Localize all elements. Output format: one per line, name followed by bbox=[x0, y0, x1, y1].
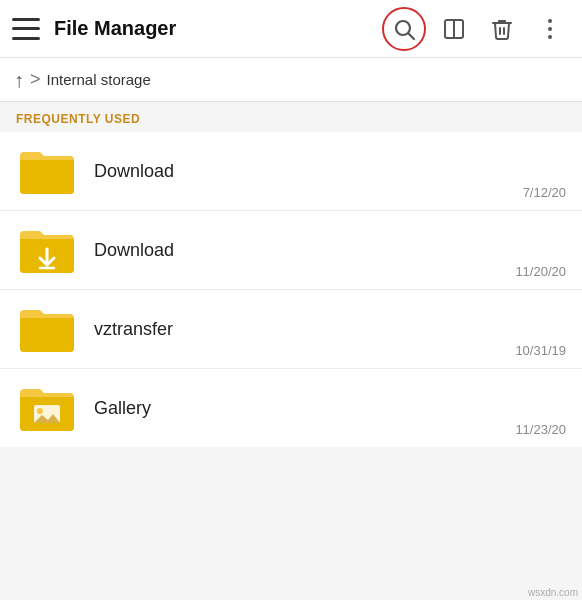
header-actions bbox=[382, 7, 570, 51]
download-folder-icon bbox=[18, 225, 76, 275]
file-name: Gallery bbox=[94, 398, 515, 419]
file-item[interactable]: Download 7/12/20 bbox=[0, 132, 582, 211]
file-name: Download bbox=[94, 161, 523, 182]
file-info: Gallery bbox=[94, 398, 515, 419]
more-vert-icon bbox=[547, 17, 553, 41]
file-date: 10/31/19 bbox=[515, 343, 566, 358]
app-title: File Manager bbox=[54, 17, 382, 40]
more-options-button[interactable] bbox=[530, 9, 570, 49]
file-meta: 11/23/20 bbox=[515, 418, 566, 437]
breadcrumb: ↑ > Internal storage bbox=[0, 58, 582, 102]
file-item[interactable]: vztransfer 10/31/19 bbox=[0, 290, 582, 369]
file-name: Download bbox=[94, 240, 515, 261]
svg-line-1 bbox=[409, 33, 415, 39]
file-date: 11/20/20 bbox=[515, 264, 566, 279]
search-button[interactable] bbox=[382, 7, 426, 51]
split-screen-icon bbox=[442, 17, 466, 41]
file-date: 11/23/20 bbox=[515, 422, 566, 437]
folder-icon bbox=[18, 304, 76, 354]
folder-icon-wrap bbox=[16, 221, 78, 279]
file-item[interactable]: Download 11/20/20 bbox=[0, 211, 582, 290]
split-screen-button[interactable] bbox=[434, 9, 474, 49]
menu-icon[interactable] bbox=[12, 18, 40, 40]
file-meta: 11/20/20 bbox=[515, 260, 566, 279]
svg-point-10 bbox=[37, 408, 43, 414]
trash-icon bbox=[490, 17, 514, 41]
file-info: Download bbox=[94, 240, 515, 261]
folder-icon-wrap bbox=[16, 379, 78, 437]
current-path: Internal storage bbox=[47, 71, 151, 88]
header: File Manager bbox=[0, 0, 582, 58]
folder-icon-wrap bbox=[16, 142, 78, 200]
gallery-folder-icon bbox=[18, 383, 76, 433]
file-info: vztransfer bbox=[94, 319, 515, 340]
file-meta: 10/31/19 bbox=[515, 339, 566, 358]
section-label: FREQUENTLY USED bbox=[0, 102, 582, 132]
file-list: Download 7/12/20 Download 11/20/20 bbox=[0, 132, 582, 447]
file-info: Download bbox=[94, 161, 523, 182]
file-name: vztransfer bbox=[94, 319, 515, 340]
delete-button[interactable] bbox=[482, 9, 522, 49]
svg-point-5 bbox=[548, 27, 552, 31]
breadcrumb-separator: > bbox=[30, 69, 41, 90]
svg-point-6 bbox=[548, 35, 552, 39]
folder-icon bbox=[18, 146, 76, 196]
folder-icon-wrap bbox=[16, 300, 78, 358]
file-item[interactable]: Gallery 11/23/20 bbox=[0, 369, 582, 447]
search-icon bbox=[392, 17, 416, 41]
svg-point-4 bbox=[548, 19, 552, 23]
file-meta: 7/12/20 bbox=[523, 181, 566, 200]
navigate-up-button[interactable]: ↑ bbox=[14, 70, 24, 90]
file-date: 7/12/20 bbox=[523, 185, 566, 200]
watermark: wsxdn.com bbox=[528, 587, 578, 598]
